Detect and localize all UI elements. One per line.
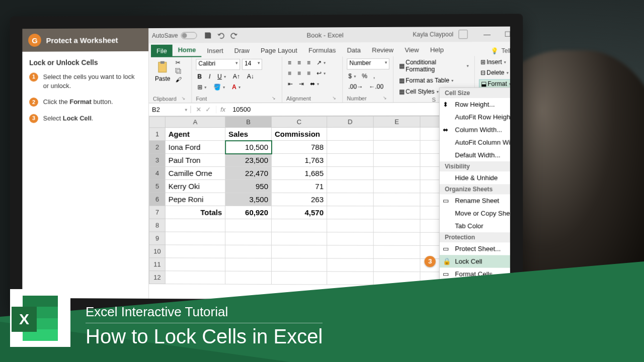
menu-autofit-col[interactable]: AutoFit Column Width (440, 136, 510, 149)
menu-col-width[interactable]: ⬌Column Width... (440, 123, 510, 136)
format-painter-icon[interactable]: 🖌 (175, 76, 183, 83)
tab-review[interactable]: Review (366, 44, 399, 56)
col-header-D[interactable]: D (327, 116, 373, 127)
cell-B7[interactable]: 60,920 (225, 206, 272, 219)
align-bottom-button[interactable]: ≡ (305, 59, 312, 67)
tab-view[interactable]: View (399, 44, 424, 56)
bold-button[interactable]: B (196, 72, 203, 80)
conditional-formatting-button[interactable]: ▦ Conditional Formatting (397, 58, 470, 74)
indent-inc-button[interactable]: ⇥ (297, 80, 305, 88)
user-avatar[interactable] (458, 30, 467, 39)
menu-autofit-row[interactable]: AutoFit Row Height (440, 111, 510, 123)
merge-button[interactable]: ⬌ (308, 80, 320, 88)
cell-C7[interactable]: 4,570 (271, 206, 327, 219)
menu-protect-sheet[interactable]: ▭Protect Sheet... (440, 242, 510, 255)
italic-button[interactable]: I (207, 72, 212, 80)
col-header-B[interactable]: B (225, 116, 272, 127)
align-top-button[interactable]: ≡ (286, 59, 293, 67)
col-header-A[interactable]: A (165, 117, 225, 128)
save-icon[interactable] (204, 31, 212, 39)
tab-help[interactable]: Help (425, 43, 449, 56)
cell-C3[interactable]: 1,763 (271, 153, 327, 166)
cell-B3[interactable]: 23,500 (225, 153, 272, 166)
name-box[interactable]: B2 (149, 106, 191, 113)
align-left-button[interactable]: ≡ (286, 69, 293, 77)
cell-A6[interactable]: Pepe Roni (165, 193, 225, 206)
shrink-font-button[interactable]: A↓ (246, 72, 256, 80)
col-header-E[interactable]: E (373, 116, 420, 127)
comma-button[interactable]: , (372, 72, 376, 80)
undo-icon[interactable] (217, 31, 225, 39)
cell-C6[interactable]: 263 (271, 193, 327, 206)
border-button[interactable]: ⊞ (196, 83, 208, 91)
autosave-toggle[interactable] (181, 32, 197, 39)
tell-me[interactable]: Tell me (502, 47, 510, 54)
number-launcher[interactable]: ↘ (383, 95, 389, 101)
menu-hide-unhide[interactable]: Hide & Unhide▸ (440, 171, 510, 184)
font-size-select[interactable]: 14 (242, 59, 262, 70)
fx-icon[interactable]: fx (216, 106, 229, 113)
menu-row-height[interactable]: ⬍Row Height... (440, 98, 510, 111)
menu-rename-sheet[interactable]: ▭Rename Sheet (440, 194, 510, 207)
cell-B6[interactable]: 3,500 (225, 193, 272, 206)
dec-decimal-button[interactable]: ←.00 (367, 82, 385, 90)
cell-A2[interactable]: Iona Ford (165, 141, 225, 154)
indent-dec-button[interactable]: ⇤ (286, 80, 294, 88)
autosave[interactable]: AutoSave (152, 32, 197, 39)
fill-color-button[interactable]: 🪣 (212, 83, 226, 91)
cell-C2[interactable]: 788 (271, 140, 327, 153)
cell-A5[interactable]: Kerry Oki (165, 179, 225, 193)
align-middle-button[interactable]: ≡ (296, 59, 302, 67)
menu-tab-color[interactable]: Tab Color▸ (440, 220, 510, 233)
tab-formulas[interactable]: Formulas (303, 44, 341, 56)
cell-B4[interactable]: 22,470 (225, 166, 272, 179)
align-center-button[interactable]: ≡ (296, 69, 302, 77)
font-launcher[interactable]: ↘ (272, 96, 278, 102)
currency-button[interactable]: $ (347, 72, 357, 80)
menu-move-copy[interactable]: Move or Copy Sheet... (440, 207, 510, 220)
font-name-select[interactable]: Calibri (196, 59, 240, 70)
cell-A3[interactable]: Paul Tron (165, 154, 225, 167)
paste-button[interactable]: Paste (153, 59, 172, 83)
cell-B5[interactable]: 950 (225, 179, 272, 193)
enter-entry-icon[interactable]: ✓ (205, 106, 211, 113)
grow-font-button[interactable]: A↑ (231, 72, 242, 80)
cell-C4[interactable]: 1,685 (271, 167, 327, 180)
cell-C1[interactable]: Commission (271, 127, 327, 140)
cut-icon[interactable]: ✂ (175, 59, 183, 66)
redo-icon[interactable] (230, 31, 238, 39)
align-launcher[interactable]: ↘ (332, 96, 338, 102)
cell-B1[interactable]: Sales (225, 127, 272, 140)
cell-A4[interactable]: Camille Orne (165, 166, 225, 179)
format-as-table-button[interactable]: ▦ Format as Table (397, 76, 470, 85)
cell-B2[interactable]: 10,500 (225, 140, 272, 153)
underline-button[interactable]: U (216, 72, 227, 80)
tab-draw[interactable]: Draw (229, 44, 255, 57)
clipboard-launcher[interactable]: ↘ (182, 96, 188, 102)
align-right-button[interactable]: ≡ (305, 69, 312, 77)
maximize-button[interactable]: ☐ (498, 28, 510, 40)
col-header-C[interactable]: C (271, 116, 327, 127)
number-format-select[interactable]: Number (347, 58, 389, 69)
minimize-button[interactable]: — (478, 28, 497, 40)
tab-home[interactable]: Home (173, 44, 202, 57)
wrap-button[interactable]: ↩ (315, 69, 327, 77)
user-name[interactable]: Kayla Claypool (413, 31, 453, 38)
tab-insert[interactable]: Insert (201, 44, 228, 57)
cell-C5[interactable]: 71 (271, 180, 327, 193)
cell-A7[interactable]: Totals (165, 206, 225, 219)
cancel-entry-icon[interactable]: ✕ (196, 106, 201, 113)
menu-default-width[interactable]: Default Width... (440, 149, 510, 161)
select-all-corner[interactable] (149, 117, 166, 128)
orient-button[interactable]: ↗ (315, 59, 327, 67)
tab-data[interactable]: Data (341, 44, 366, 56)
tab-file[interactable]: File (151, 45, 173, 57)
font-color-button[interactable]: A (230, 83, 242, 91)
tab-page-layout[interactable]: Page Layout (255, 44, 303, 57)
insert-cells-button[interactable]: ⊞ Insert (479, 58, 510, 66)
delete-cells-button[interactable]: ⊟ Delete (479, 68, 510, 76)
cell-A1[interactable]: Agent (165, 128, 225, 141)
percent-button[interactable]: % (360, 72, 369, 80)
copy-icon[interactable]: ⿻ (175, 68, 183, 75)
inc-decimal-button[interactable]: .00→ (347, 82, 364, 90)
